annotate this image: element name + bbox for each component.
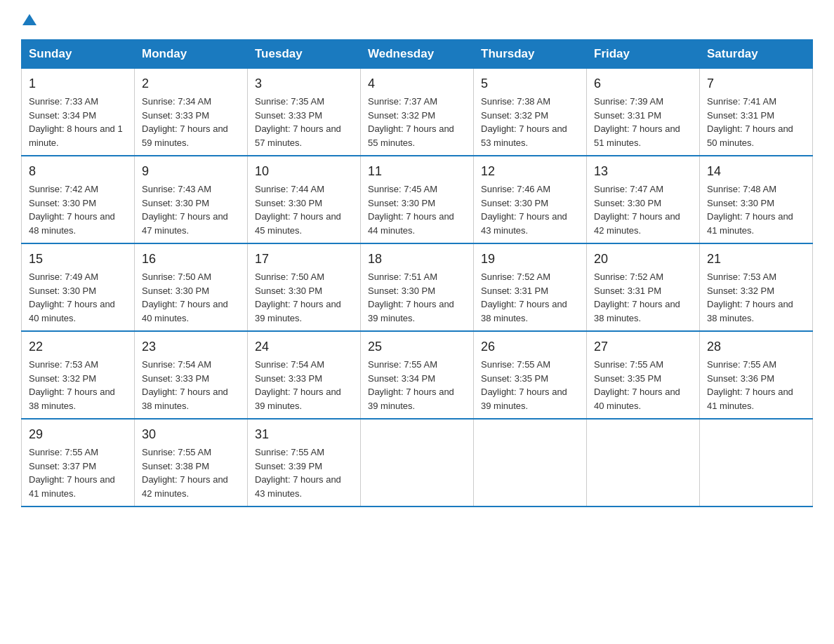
day-number: 15 bbox=[29, 250, 127, 269]
calendar-cell bbox=[700, 419, 813, 507]
logo bbox=[21, 14, 37, 25]
calendar-cell bbox=[361, 419, 474, 507]
day-info: Sunrise: 7:44 AMSunset: 3:30 PMDaylight:… bbox=[255, 184, 341, 236]
calendar-cell: 15 Sunrise: 7:49 AMSunset: 3:30 PMDaylig… bbox=[22, 243, 135, 331]
day-header-monday: Monday bbox=[135, 40, 248, 69]
calendar-cell: 27 Sunrise: 7:55 AMSunset: 3:35 PMDaylig… bbox=[587, 331, 700, 419]
calendar-cell: 1 Sunrise: 7:33 AMSunset: 3:34 PMDayligh… bbox=[22, 69, 135, 156]
day-info: Sunrise: 7:53 AMSunset: 3:32 PMDaylight:… bbox=[707, 271, 793, 323]
day-info: Sunrise: 7:51 AMSunset: 3:30 PMDaylight:… bbox=[368, 271, 454, 323]
day-info: Sunrise: 7:54 AMSunset: 3:33 PMDaylight:… bbox=[255, 359, 341, 411]
day-number: 17 bbox=[255, 250, 353, 269]
day-number: 26 bbox=[481, 337, 579, 356]
day-info: Sunrise: 7:55 AMSunset: 3:39 PMDaylight:… bbox=[255, 447, 341, 499]
calendar-cell: 11 Sunrise: 7:45 AMSunset: 3:30 PMDaylig… bbox=[361, 156, 474, 243]
calendar-cell: 4 Sunrise: 7:37 AMSunset: 3:32 PMDayligh… bbox=[361, 69, 474, 156]
calendar-cell: 24 Sunrise: 7:54 AMSunset: 3:33 PMDaylig… bbox=[248, 331, 361, 419]
calendar-cell: 26 Sunrise: 7:55 AMSunset: 3:35 PMDaylig… bbox=[474, 331, 587, 419]
day-info: Sunrise: 7:33 AMSunset: 3:34 PMDaylight:… bbox=[29, 96, 123, 148]
day-number: 31 bbox=[255, 425, 353, 444]
day-info: Sunrise: 7:52 AMSunset: 3:31 PMDaylight:… bbox=[481, 271, 567, 323]
day-header-sunday: Sunday bbox=[22, 40, 135, 69]
day-header-wednesday: Wednesday bbox=[361, 40, 474, 69]
day-info: Sunrise: 7:37 AMSunset: 3:32 PMDaylight:… bbox=[368, 96, 454, 148]
calendar-cell: 5 Sunrise: 7:38 AMSunset: 3:32 PMDayligh… bbox=[474, 69, 587, 156]
calendar-cell: 14 Sunrise: 7:48 AMSunset: 3:30 PMDaylig… bbox=[700, 156, 813, 243]
calendar-cell: 17 Sunrise: 7:50 AMSunset: 3:30 PMDaylig… bbox=[248, 243, 361, 331]
calendar-cell: 19 Sunrise: 7:52 AMSunset: 3:31 PMDaylig… bbox=[474, 243, 587, 331]
day-number: 23 bbox=[142, 337, 240, 356]
day-info: Sunrise: 7:42 AMSunset: 3:30 PMDaylight:… bbox=[29, 184, 115, 236]
day-info: Sunrise: 7:46 AMSunset: 3:30 PMDaylight:… bbox=[481, 184, 567, 236]
day-number: 24 bbox=[255, 337, 353, 356]
calendar-cell: 2 Sunrise: 7:34 AMSunset: 3:33 PMDayligh… bbox=[135, 69, 248, 156]
logo-icon bbox=[21, 14, 37, 25]
calendar-cell: 6 Sunrise: 7:39 AMSunset: 3:31 PMDayligh… bbox=[587, 69, 700, 156]
calendar-week-row: 8 Sunrise: 7:42 AMSunset: 3:30 PMDayligh… bbox=[22, 156, 813, 243]
day-info: Sunrise: 7:55 AMSunset: 3:35 PMDaylight:… bbox=[594, 359, 680, 411]
day-number: 12 bbox=[481, 162, 579, 181]
calendar-cell: 13 Sunrise: 7:47 AMSunset: 3:30 PMDaylig… bbox=[587, 156, 700, 243]
day-number: 8 bbox=[29, 162, 127, 181]
day-number: 14 bbox=[707, 162, 805, 181]
calendar-cell: 25 Sunrise: 7:55 AMSunset: 3:34 PMDaylig… bbox=[361, 331, 474, 419]
day-number: 10 bbox=[255, 162, 353, 181]
day-number: 29 bbox=[29, 425, 127, 444]
calendar-week-row: 15 Sunrise: 7:49 AMSunset: 3:30 PMDaylig… bbox=[22, 243, 813, 331]
calendar-cell: 20 Sunrise: 7:52 AMSunset: 3:31 PMDaylig… bbox=[587, 243, 700, 331]
calendar-cell: 31 Sunrise: 7:55 AMSunset: 3:39 PMDaylig… bbox=[248, 419, 361, 507]
day-number: 27 bbox=[594, 337, 692, 356]
calendar-cell bbox=[474, 419, 587, 507]
day-info: Sunrise: 7:43 AMSunset: 3:30 PMDaylight:… bbox=[142, 184, 228, 236]
calendar-cell: 12 Sunrise: 7:46 AMSunset: 3:30 PMDaylig… bbox=[474, 156, 587, 243]
day-header-thursday: Thursday bbox=[474, 40, 587, 69]
calendar-cell: 21 Sunrise: 7:53 AMSunset: 3:32 PMDaylig… bbox=[700, 243, 813, 331]
calendar-cell: 7 Sunrise: 7:41 AMSunset: 3:31 PMDayligh… bbox=[700, 69, 813, 156]
calendar-week-row: 22 Sunrise: 7:53 AMSunset: 3:32 PMDaylig… bbox=[22, 331, 813, 419]
day-number: 9 bbox=[142, 162, 240, 181]
calendar-cell: 18 Sunrise: 7:51 AMSunset: 3:30 PMDaylig… bbox=[361, 243, 474, 331]
day-info: Sunrise: 7:48 AMSunset: 3:30 PMDaylight:… bbox=[707, 184, 793, 236]
day-number: 1 bbox=[29, 74, 127, 93]
day-number: 19 bbox=[481, 250, 579, 269]
day-info: Sunrise: 7:39 AMSunset: 3:31 PMDaylight:… bbox=[594, 96, 680, 148]
day-info: Sunrise: 7:38 AMSunset: 3:32 PMDaylight:… bbox=[481, 96, 567, 148]
day-info: Sunrise: 7:34 AMSunset: 3:33 PMDaylight:… bbox=[142, 96, 228, 148]
calendar-cell: 22 Sunrise: 7:53 AMSunset: 3:32 PMDaylig… bbox=[22, 331, 135, 419]
calendar-cell: 23 Sunrise: 7:54 AMSunset: 3:33 PMDaylig… bbox=[135, 331, 248, 419]
day-number: 22 bbox=[29, 337, 127, 356]
day-header-saturday: Saturday bbox=[700, 40, 813, 69]
calendar-table: SundayMondayTuesdayWednesdayThursdayFrid… bbox=[21, 39, 813, 507]
day-number: 30 bbox=[142, 425, 240, 444]
day-number: 4 bbox=[368, 74, 466, 93]
page-header bbox=[21, 14, 813, 25]
calendar-cell: 3 Sunrise: 7:35 AMSunset: 3:33 PMDayligh… bbox=[248, 69, 361, 156]
day-number: 11 bbox=[368, 162, 466, 181]
calendar-cell: 28 Sunrise: 7:55 AMSunset: 3:36 PMDaylig… bbox=[700, 331, 813, 419]
day-info: Sunrise: 7:41 AMSunset: 3:31 PMDaylight:… bbox=[707, 96, 793, 148]
calendar-cell: 29 Sunrise: 7:55 AMSunset: 3:37 PMDaylig… bbox=[22, 419, 135, 507]
day-number: 25 bbox=[368, 337, 466, 356]
day-number: 7 bbox=[707, 74, 805, 93]
day-header-friday: Friday bbox=[587, 40, 700, 69]
day-info: Sunrise: 7:49 AMSunset: 3:30 PMDaylight:… bbox=[29, 271, 115, 323]
day-info: Sunrise: 7:45 AMSunset: 3:30 PMDaylight:… bbox=[368, 184, 454, 236]
calendar-cell: 30 Sunrise: 7:55 AMSunset: 3:38 PMDaylig… bbox=[135, 419, 248, 507]
calendar-cell bbox=[587, 419, 700, 507]
day-number: 28 bbox=[707, 337, 805, 356]
day-header-tuesday: Tuesday bbox=[248, 40, 361, 69]
day-number: 5 bbox=[481, 74, 579, 93]
day-info: Sunrise: 7:55 AMSunset: 3:36 PMDaylight:… bbox=[707, 359, 793, 411]
calendar-cell: 10 Sunrise: 7:44 AMSunset: 3:30 PMDaylig… bbox=[248, 156, 361, 243]
day-info: Sunrise: 7:55 AMSunset: 3:34 PMDaylight:… bbox=[368, 359, 454, 411]
day-info: Sunrise: 7:54 AMSunset: 3:33 PMDaylight:… bbox=[142, 359, 228, 411]
day-info: Sunrise: 7:55 AMSunset: 3:35 PMDaylight:… bbox=[481, 359, 567, 411]
day-number: 16 bbox=[142, 250, 240, 269]
day-info: Sunrise: 7:53 AMSunset: 3:32 PMDaylight:… bbox=[29, 359, 115, 411]
day-number: 13 bbox=[594, 162, 692, 181]
day-info: Sunrise: 7:50 AMSunset: 3:30 PMDaylight:… bbox=[255, 271, 341, 323]
day-number: 20 bbox=[594, 250, 692, 269]
calendar-cell: 8 Sunrise: 7:42 AMSunset: 3:30 PMDayligh… bbox=[22, 156, 135, 243]
day-info: Sunrise: 7:52 AMSunset: 3:31 PMDaylight:… bbox=[594, 271, 680, 323]
day-info: Sunrise: 7:55 AMSunset: 3:37 PMDaylight:… bbox=[29, 447, 115, 499]
